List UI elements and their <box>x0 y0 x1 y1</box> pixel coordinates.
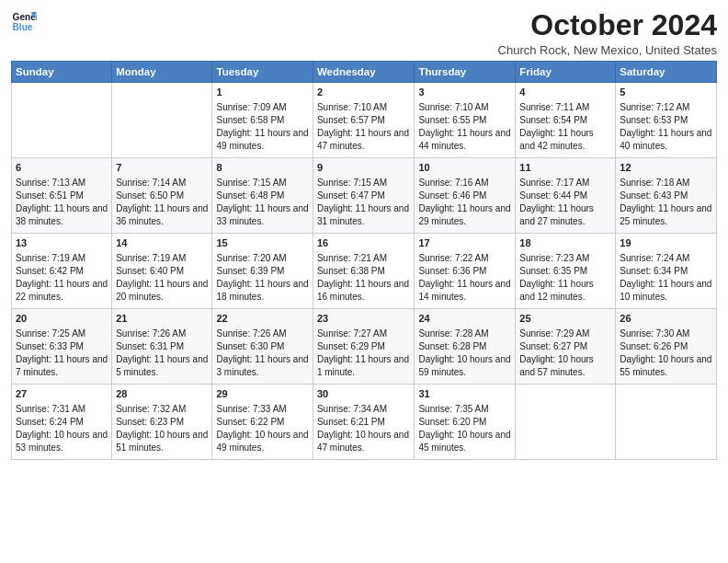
day-info: Sunrise: 7:35 AM <box>418 403 511 416</box>
calendar-day-header: Saturday <box>616 62 717 83</box>
calendar-cell: 4Sunrise: 7:11 AMSunset: 6:54 PMDaylight… <box>516 83 616 158</box>
calendar-cell: 30Sunrise: 7:34 AMSunset: 6:21 PMDayligh… <box>313 385 415 460</box>
calendar-day-header: Tuesday <box>212 62 313 83</box>
day-info: Daylight: 11 hours and 20 minutes. <box>116 278 208 304</box>
day-info: Sunrise: 7:13 AM <box>16 177 108 190</box>
day-info: Daylight: 10 hours and 55 minutes. <box>620 353 712 379</box>
day-info: Daylight: 11 hours and 49 minutes. <box>216 127 308 153</box>
day-number: 8 <box>216 161 308 175</box>
day-info: Sunrise: 7:28 AM <box>418 327 511 340</box>
day-number: 29 <box>216 387 308 401</box>
calendar-cell: 24Sunrise: 7:28 AMSunset: 6:28 PMDayligh… <box>415 309 516 385</box>
calendar-cell: 8Sunrise: 7:15 AMSunset: 6:48 PMDaylight… <box>212 158 313 234</box>
day-number: 18 <box>519 236 611 250</box>
calendar-week-row: 1Sunrise: 7:09 AMSunset: 6:58 PMDaylight… <box>12 83 717 158</box>
day-info: Sunset: 6:28 PM <box>418 340 511 353</box>
day-info: Sunrise: 7:27 AM <box>317 327 411 340</box>
day-number: 28 <box>116 387 208 401</box>
day-number: 22 <box>216 312 308 326</box>
day-info: Sunset: 6:30 PM <box>216 340 308 353</box>
day-info: Daylight: 11 hours and 31 minutes. <box>317 202 411 228</box>
calendar-header-row: SundayMondayTuesdayWednesdayThursdayFrid… <box>12 62 717 83</box>
calendar-day-header: Thursday <box>415 62 516 83</box>
day-info: Daylight: 10 hours and 53 minutes. <box>16 429 108 454</box>
calendar-cell: 13Sunrise: 7:19 AMSunset: 6:42 PMDayligh… <box>12 234 112 309</box>
calendar-week-row: 27Sunrise: 7:31 AMSunset: 6:24 PMDayligh… <box>12 385 717 460</box>
day-info: Daylight: 11 hours and 38 minutes. <box>16 202 108 228</box>
calendar-cell: 2Sunrise: 7:10 AMSunset: 6:57 PMDaylight… <box>313 83 415 158</box>
day-info: Daylight: 10 hours and 49 minutes. <box>216 429 308 454</box>
logo-icon: General Blue <box>11 9 37 35</box>
day-info: Sunrise: 7:15 AM <box>317 177 411 190</box>
day-info: Sunrise: 7:10 AM <box>418 101 511 114</box>
day-info: Daylight: 10 hours and 57 minutes. <box>519 353 611 379</box>
calendar-cell: 11Sunrise: 7:17 AMSunset: 6:44 PMDayligh… <box>516 158 616 234</box>
day-info: Sunrise: 7:25 AM <box>16 327 108 340</box>
day-info: Sunset: 6:58 PM <box>216 114 308 127</box>
day-info: Daylight: 11 hours and 44 minutes. <box>418 127 511 153</box>
day-number: 7 <box>116 161 208 175</box>
calendar-cell: 5Sunrise: 7:12 AMSunset: 6:53 PMDaylight… <box>616 83 717 158</box>
day-number: 10 <box>418 161 511 175</box>
calendar-cell: 22Sunrise: 7:26 AMSunset: 6:30 PMDayligh… <box>212 309 313 385</box>
calendar-cell: 28Sunrise: 7:32 AMSunset: 6:23 PMDayligh… <box>112 385 212 460</box>
day-info: Sunset: 6:42 PM <box>16 265 108 278</box>
day-info: Daylight: 10 hours and 59 minutes. <box>418 353 511 379</box>
calendar-cell <box>616 385 717 460</box>
calendar-table: SundayMondayTuesdayWednesdayThursdayFrid… <box>11 61 717 460</box>
day-info: Daylight: 11 hours and 29 minutes. <box>418 202 511 228</box>
calendar-cell: 27Sunrise: 7:31 AMSunset: 6:24 PMDayligh… <box>12 385 112 460</box>
day-info: Sunrise: 7:11 AM <box>519 101 611 114</box>
calendar-cell: 25Sunrise: 7:29 AMSunset: 6:27 PMDayligh… <box>516 309 616 385</box>
day-number: 20 <box>16 312 108 326</box>
calendar-week-row: 20Sunrise: 7:25 AMSunset: 6:33 PMDayligh… <box>12 309 717 385</box>
day-number: 12 <box>620 161 712 175</box>
day-number: 14 <box>116 236 208 250</box>
day-info: Daylight: 11 hours and 22 minutes. <box>16 278 108 304</box>
day-info: Daylight: 11 hours and 33 minutes. <box>216 202 308 228</box>
day-info: Sunset: 6:31 PM <box>116 340 208 353</box>
calendar-week-row: 6Sunrise: 7:13 AMSunset: 6:51 PMDaylight… <box>12 158 717 234</box>
calendar-cell: 18Sunrise: 7:23 AMSunset: 6:35 PMDayligh… <box>516 234 616 309</box>
day-info: Sunset: 6:55 PM <box>418 114 511 127</box>
day-number: 6 <box>16 161 108 175</box>
day-info: Sunset: 6:39 PM <box>216 265 308 278</box>
day-info: Daylight: 10 hours and 45 minutes. <box>418 429 511 454</box>
day-info: Sunrise: 7:26 AM <box>216 327 308 340</box>
calendar-cell: 12Sunrise: 7:18 AMSunset: 6:43 PMDayligh… <box>616 158 717 234</box>
day-number: 5 <box>620 86 712 99</box>
day-info: Daylight: 11 hours and 10 minutes. <box>620 278 712 304</box>
day-info: Sunset: 6:57 PM <box>317 114 411 127</box>
day-number: 19 <box>620 236 712 250</box>
calendar-cell <box>12 83 112 158</box>
day-number: 2 <box>317 86 411 99</box>
day-info: Daylight: 11 hours and 12 minutes. <box>519 278 611 304</box>
calendar-cell: 10Sunrise: 7:16 AMSunset: 6:46 PMDayligh… <box>415 158 516 234</box>
calendar-cell: 3Sunrise: 7:10 AMSunset: 6:55 PMDaylight… <box>415 83 516 158</box>
calendar-cell: 7Sunrise: 7:14 AMSunset: 6:50 PMDaylight… <box>112 158 212 234</box>
calendar-cell: 9Sunrise: 7:15 AMSunset: 6:47 PMDaylight… <box>313 158 415 234</box>
day-info: Sunset: 6:27 PM <box>519 340 611 353</box>
day-info: Sunrise: 7:34 AM <box>317 403 411 416</box>
day-info: Sunrise: 7:12 AM <box>620 101 712 114</box>
calendar-cell: 1Sunrise: 7:09 AMSunset: 6:58 PMDaylight… <box>212 83 313 158</box>
day-info: Sunrise: 7:33 AM <box>216 403 308 416</box>
calendar-cell: 26Sunrise: 7:30 AMSunset: 6:26 PMDayligh… <box>616 309 717 385</box>
day-info: Daylight: 11 hours and 16 minutes. <box>317 278 411 304</box>
day-number: 30 <box>317 387 411 401</box>
calendar-cell: 19Sunrise: 7:24 AMSunset: 6:34 PMDayligh… <box>616 234 717 309</box>
day-number: 24 <box>418 312 511 326</box>
calendar-cell: 23Sunrise: 7:27 AMSunset: 6:29 PMDayligh… <box>313 309 415 385</box>
day-info: Sunrise: 7:29 AM <box>519 327 611 340</box>
day-number: 1 <box>216 86 308 99</box>
day-info: Sunrise: 7:30 AM <box>620 327 712 340</box>
day-info: Sunrise: 7:18 AM <box>620 177 712 190</box>
calendar-cell: 21Sunrise: 7:26 AMSunset: 6:31 PMDayligh… <box>112 309 212 385</box>
day-info: Sunset: 6:29 PM <box>317 340 411 353</box>
day-info: Daylight: 11 hours and 40 minutes. <box>620 127 712 153</box>
month-title: October 2024 <box>498 9 717 41</box>
location: Church Rock, New Mexico, United States <box>498 43 717 57</box>
day-info: Sunset: 6:34 PM <box>620 265 712 278</box>
calendar-cell: 17Sunrise: 7:22 AMSunset: 6:36 PMDayligh… <box>415 234 516 309</box>
day-info: Sunset: 6:26 PM <box>620 340 712 353</box>
